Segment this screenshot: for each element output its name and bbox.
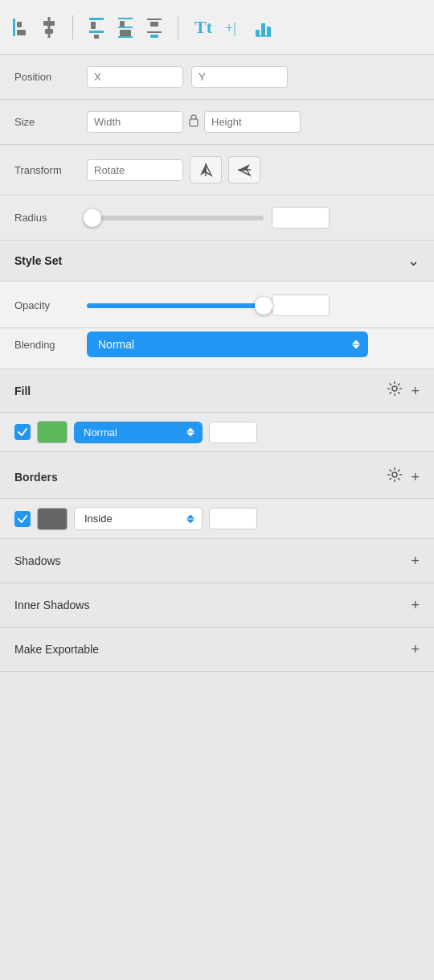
opacity-label: Opacity [14, 299, 87, 311]
svg-rect-13 [120, 30, 131, 36]
height-input[interactable] [204, 111, 301, 133]
distribute-top-icon[interactable] [88, 15, 105, 39]
radius-row: Radius 0 [14, 207, 420, 229]
align-v-left-icon[interactable] [11, 15, 29, 39]
radius-label: Radius [14, 212, 87, 224]
size-label: Size [14, 116, 87, 128]
blending-section: Blending Normal Multiply Screen Overlay … [0, 328, 434, 369]
blending-select[interactable]: Normal Multiply Screen Overlay Darken Li… [87, 331, 368, 357]
style-set-label: Style Set [14, 254, 62, 267]
opacity-value-input[interactable]: 100% [272, 294, 330, 316]
fill-checkbox[interactable] [14, 424, 31, 440]
text-align-toolbar-icon[interactable]: Tt [193, 15, 212, 39]
fill-blend-wrapper: Normal Multiply Screen Overlay [74, 422, 203, 443]
svg-rect-22 [261, 23, 265, 36]
rotate-input[interactable] [87, 159, 183, 181]
transform-label: Transform [14, 164, 87, 176]
fill-row: Normal Multiply Screen Overlay 100% [0, 413, 434, 452]
svg-rect-7 [91, 22, 96, 29]
svg-rect-23 [267, 27, 271, 36]
svg-marker-27 [206, 164, 211, 175]
svg-marker-29 [239, 164, 250, 170]
svg-rect-15 [147, 19, 162, 20]
svg-rect-5 [45, 29, 53, 34]
opacity-section: Opacity 100% [0, 282, 434, 328]
distribute-bottom-icon[interactable] [145, 15, 163, 39]
opacity-slider-track[interactable] [87, 303, 264, 308]
style-set-chevron-icon[interactable]: ⌄ [407, 252, 420, 270]
borders-add-icon[interactable]: + [411, 470, 420, 484]
shadows-add-icon[interactable]: + [411, 554, 420, 568]
svg-rect-9 [94, 35, 99, 39]
exportable-add-icon[interactable]: + [411, 642, 420, 657]
text-group: Tt +| [193, 15, 273, 39]
svg-rect-21 [256, 30, 260, 36]
svg-point-32 [392, 386, 397, 391]
svg-text:+|: +| [225, 20, 236, 36]
x-input[interactable] [87, 66, 183, 88]
fill-blend-select[interactable]: Normal Multiply Screen Overlay [74, 422, 203, 443]
transform-row: Transform [14, 156, 420, 183]
fill-add-icon[interactable]: + [411, 384, 420, 398]
fill-gear-icon[interactable] [387, 381, 403, 401]
exportable-label: Make Exportable [14, 643, 99, 656]
transform-section: Transform [0, 145, 434, 196]
svg-point-33 [392, 472, 397, 477]
fill-color-swatch[interactable] [37, 421, 68, 443]
bar-chart-icon[interactable] [254, 15, 273, 39]
size-inputs [87, 111, 301, 133]
border-color-swatch[interactable] [37, 508, 68, 530]
fill-header: Fill + [0, 369, 434, 413]
blending-row: Blending Normal Multiply Screen Overlay … [14, 331, 420, 357]
flip-v-button[interactable] [228, 156, 260, 183]
exportable-section: Make Exportable + [0, 628, 434, 672]
y-input[interactable] [191, 66, 288, 88]
distribute-group [88, 15, 163, 39]
flip-h-button[interactable] [190, 156, 222, 183]
svg-rect-17 [147, 31, 162, 33]
svg-rect-1 [17, 22, 22, 27]
svg-rect-3 [48, 17, 51, 38]
align-h-center-icon[interactable] [40, 15, 58, 39]
svg-rect-25 [190, 119, 198, 126]
border-checkbox[interactable] [14, 511, 31, 527]
fill-header-actions: + [387, 381, 420, 401]
inner-shadows-add-icon[interactable]: + [411, 598, 420, 612]
radius-section: Radius 0 [0, 196, 434, 241]
add-icon[interactable]: +| [223, 15, 243, 39]
size-section: Size [0, 100, 434, 145]
radius-slider-thumb[interactable] [84, 209, 101, 227]
opacity-slider-thumb[interactable] [255, 297, 272, 315]
borders-header-actions: + [387, 467, 420, 487]
borders-header: Borders + [0, 455, 434, 499]
width-input[interactable] [87, 111, 183, 133]
svg-text:Tt: Tt [194, 17, 212, 37]
align-group [11, 15, 58, 39]
radius-slider-track[interactable] [87, 216, 264, 220]
opacity-slider-fill [87, 303, 264, 308]
svg-rect-6 [89, 18, 104, 20]
blending-select-wrapper: Normal Multiply Screen Overlay Darken Li… [87, 331, 368, 357]
borders-gear-icon[interactable] [387, 467, 403, 487]
svg-rect-18 [150, 35, 158, 38]
radius-value-input[interactable]: 0 [272, 207, 330, 229]
svg-rect-10 [118, 18, 133, 19]
toolbar-divider-1 [72, 15, 73, 39]
position-section: Position [0, 55, 434, 100]
distribute-mid-icon[interactable] [117, 15, 134, 39]
fill-opacity-input[interactable]: 100% [209, 422, 257, 443]
position-inputs [87, 66, 288, 88]
toolbar-divider-2 [178, 15, 178, 39]
border-position-select[interactable]: Inside Outside Center [74, 507, 203, 530]
fill-label: Fill [14, 385, 31, 397]
borders-label: Borders [14, 471, 58, 484]
opacity-controls: 100% [87, 294, 330, 316]
lock-icon[interactable] [186, 113, 201, 130]
inner-shadows-section: Inner Shadows + [0, 583, 434, 628]
style-set-section: Style Set ⌄ [0, 241, 434, 282]
border-position-wrapper: Inside Outside Center [74, 507, 203, 530]
border-thickness-input[interactable]: 1 [209, 508, 257, 529]
position-label: Position [14, 71, 87, 83]
svg-rect-16 [150, 22, 158, 27]
svg-marker-30 [239, 170, 250, 175]
